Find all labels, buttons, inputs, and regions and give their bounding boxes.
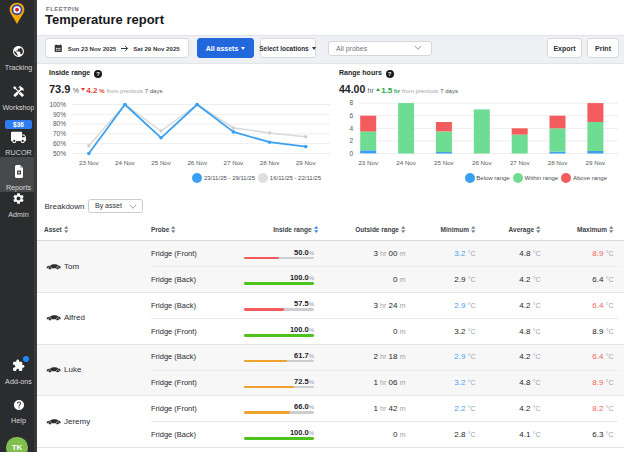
svg-text:29 Nov: 29 Nov bbox=[586, 159, 607, 166]
svg-text:26 Nov: 26 Nov bbox=[472, 159, 493, 166]
svg-text:28 Nov: 28 Nov bbox=[260, 159, 281, 166]
svg-text:25 Nov: 25 Nov bbox=[434, 159, 455, 166]
svg-text:90%: 90% bbox=[53, 111, 66, 118]
svg-text:27 Nov: 27 Nov bbox=[224, 159, 245, 166]
svg-text:2: 2 bbox=[349, 137, 353, 144]
svg-text:8: 8 bbox=[349, 99, 353, 106]
svg-text:26 Nov: 26 Nov bbox=[187, 159, 208, 166]
svg-text:60%: 60% bbox=[53, 140, 66, 147]
svg-text:23 Nov: 23 Nov bbox=[79, 159, 100, 166]
svg-text:4: 4 bbox=[349, 125, 353, 132]
svg-text:0: 0 bbox=[349, 150, 353, 157]
svg-text:25 Nov: 25 Nov bbox=[151, 159, 172, 166]
svg-text:70%: 70% bbox=[53, 130, 66, 137]
svg-text:100%: 100% bbox=[49, 101, 66, 108]
svg-text:28 Nov: 28 Nov bbox=[548, 159, 569, 166]
svg-text:6: 6 bbox=[349, 112, 353, 119]
svg-text:24 Nov: 24 Nov bbox=[115, 159, 136, 166]
svg-text:24 Nov: 24 Nov bbox=[396, 159, 417, 166]
svg-text:50%: 50% bbox=[53, 150, 66, 157]
svg-text:80%: 80% bbox=[53, 120, 66, 127]
svg-text:27 Nov: 27 Nov bbox=[510, 159, 531, 166]
svg-text:29 Nov: 29 Nov bbox=[296, 159, 317, 166]
svg-text:23 Nov: 23 Nov bbox=[358, 159, 379, 166]
